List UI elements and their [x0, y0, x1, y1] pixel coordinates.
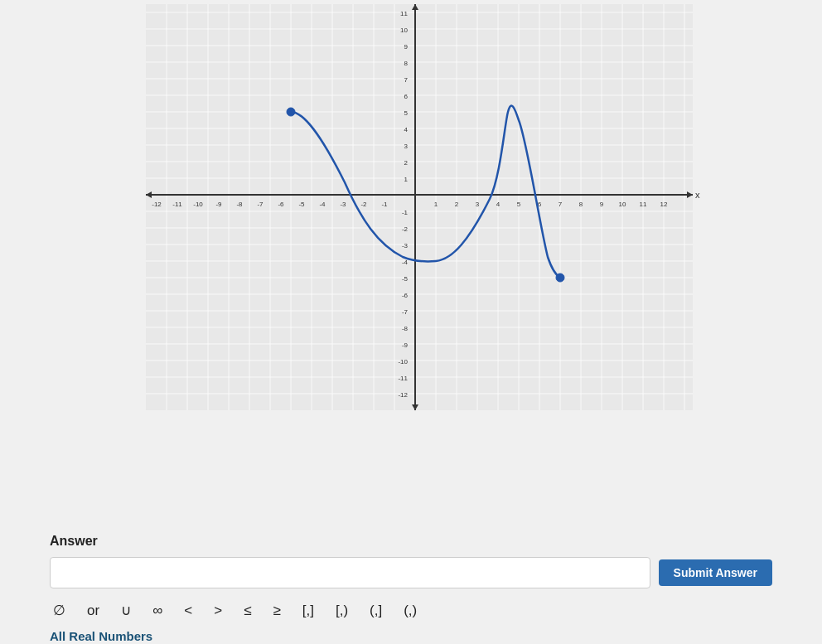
- closed-bracket-button[interactable]: [,]: [299, 601, 317, 621]
- svg-text:5: 5: [517, 201, 521, 208]
- svg-text:-1: -1: [402, 209, 409, 216]
- svg-text:-6: -6: [278, 201, 284, 208]
- svg-text:-3: -3: [402, 242, 409, 249]
- answer-section: Answer Submit Answer ∅ or ∪ ∞ < > ≤ ≥ [,…: [0, 525, 822, 644]
- svg-text:3: 3: [404, 143, 409, 150]
- svg-text:-5: -5: [402, 275, 409, 283]
- graph-svg: x -12 -11 -10 -9 -8 -7 -6 -5 -4 -3 -2 -1…: [121, 0, 701, 423]
- greater-than-button[interactable]: >: [210, 601, 225, 621]
- svg-text:3: 3: [476, 201, 480, 208]
- union-button[interactable]: ∪: [118, 600, 134, 621]
- svg-text:8: 8: [579, 201, 583, 208]
- svg-text:-7: -7: [257, 201, 264, 208]
- svg-text:-2: -2: [360, 201, 367, 208]
- svg-text:1: 1: [434, 201, 438, 208]
- svg-text:-10: -10: [193, 201, 203, 208]
- all-real-numbers-row: All Real Numbers: [50, 629, 772, 644]
- svg-text:-4: -4: [402, 259, 409, 266]
- greater-equal-button[interactable]: ≥: [269, 601, 283, 621]
- svg-text:9: 9: [600, 201, 604, 208]
- svg-text:2: 2: [404, 159, 409, 167]
- svg-text:-1: -1: [381, 201, 388, 208]
- svg-text:5: 5: [404, 109, 409, 117]
- svg-text:8: 8: [404, 60, 409, 67]
- svg-text:2: 2: [455, 201, 459, 208]
- svg-text:-9: -9: [215, 201, 222, 208]
- or-button[interactable]: or: [84, 601, 103, 621]
- svg-text:4: 4: [404, 126, 409, 133]
- symbol-row: ∅ or ∪ ∞ < > ≤ ≥ [,] [,) (,] (,): [50, 600, 772, 621]
- svg-text:7: 7: [558, 201, 563, 208]
- svg-text:-4: -4: [319, 201, 326, 208]
- half-open-paren-button[interactable]: (,]: [366, 601, 385, 621]
- svg-text:-11: -11: [172, 201, 182, 208]
- svg-text:-6: -6: [402, 292, 409, 299]
- infinity-button[interactable]: ∞: [149, 601, 166, 621]
- svg-text:-8: -8: [402, 325, 409, 332]
- svg-text:-12: -12: [398, 391, 408, 399]
- less-than-button[interactable]: <: [181, 601, 196, 621]
- svg-text:11: 11: [640, 201, 647, 208]
- svg-text:-5: -5: [298, 201, 305, 208]
- less-equal-button[interactable]: ≤: [240, 601, 254, 621]
- answer-input[interactable]: [50, 557, 650, 588]
- svg-text:1: 1: [404, 176, 409, 183]
- svg-text:-7: -7: [402, 308, 409, 316]
- svg-text:10: 10: [400, 27, 408, 34]
- svg-text:10: 10: [619, 201, 626, 208]
- svg-point-105: [556, 274, 564, 282]
- all-real-numbers-link[interactable]: All Real Numbers: [50, 629, 152, 643]
- answer-row: Submit Answer: [50, 557, 772, 588]
- svg-text:4: 4: [496, 201, 500, 208]
- svg-text:7: 7: [404, 76, 409, 84]
- open-paren-button[interactable]: (,): [400, 601, 420, 621]
- svg-text:12: 12: [660, 201, 668, 208]
- svg-text:-9: -9: [402, 341, 409, 349]
- answer-label: Answer: [50, 534, 772, 549]
- svg-text:-3: -3: [340, 201, 346, 208]
- svg-text:-2: -2: [402, 225, 409, 233]
- svg-text:9: 9: [404, 43, 409, 51]
- svg-rect-0: [146, 4, 693, 410]
- svg-text:-11: -11: [398, 375, 408, 382]
- main-container: x -12 -11 -10 -9 -8 -7 -6 -5 -4 -3 -2 -1…: [0, 0, 822, 644]
- svg-point-104: [287, 108, 295, 116]
- empty-set-button[interactable]: ∅: [50, 600, 69, 621]
- svg-text:-10: -10: [398, 358, 408, 366]
- half-open-bracket-button[interactable]: [,): [332, 601, 351, 621]
- submit-button[interactable]: Submit Answer: [659, 559, 772, 586]
- svg-text:-8: -8: [236, 201, 243, 208]
- x-axis-label: x: [695, 190, 700, 200]
- graph-area: x -12 -11 -10 -9 -8 -7 -6 -5 -4 -3 -2 -1…: [0, 0, 822, 525]
- svg-text:6: 6: [404, 93, 409, 100]
- svg-text:11: 11: [400, 10, 408, 17]
- svg-text:-12: -12: [152, 201, 162, 208]
